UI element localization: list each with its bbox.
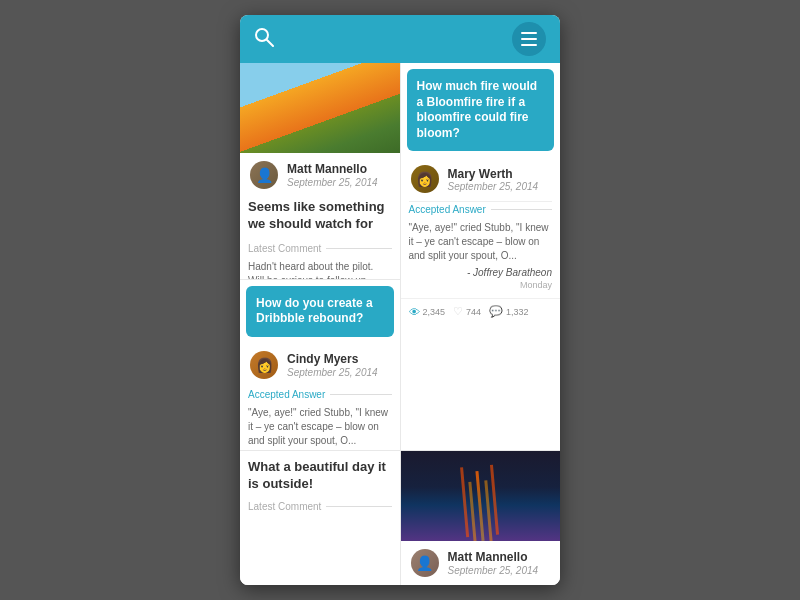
likes-stat-2: ♡ 744 [453, 305, 481, 318]
avatar-3: 👩 [248, 349, 280, 381]
question-header: How much fire would a Bloomfire fire if … [407, 69, 555, 151]
author-date-2: September 25, 2014 [448, 181, 539, 192]
views-stat-2: 👁 2,345 [409, 306, 446, 318]
eye-icon-2: 👁 [409, 306, 420, 318]
author-row: 👤 Matt Mannello September 25, 2014 [240, 153, 400, 197]
comments-count-2: 1,332 [506, 307, 529, 317]
latest-comment-label: Latest Comment [240, 239, 400, 258]
post-title: Seems like something we should watch for [240, 197, 400, 239]
heart-icon-2: ♡ [453, 305, 463, 318]
author-name-4: Matt Mannello [448, 550, 539, 564]
app-header [240, 15, 560, 63]
author-row-3: 👩 Cindy Myers September 25, 2014 [240, 343, 400, 387]
author-date-4: September 25, 2014 [448, 565, 539, 576]
highway-image [401, 451, 561, 541]
comment-icon-2: 💬 [489, 305, 503, 318]
avatar-4: 👤 [409, 547, 441, 579]
answer-date: Monday [401, 280, 561, 294]
accepted-answer-label-3: Accepted Answer [240, 387, 400, 404]
answer-author: - Joffrey Baratheon [401, 265, 561, 280]
author-date: September 25, 2014 [287, 177, 378, 188]
comments-stat-2: 💬 1,332 [489, 305, 529, 318]
card-autumn-post[interactable]: 👤 Matt Mannello September 25, 2014 Seems… [240, 63, 400, 279]
search-icon[interactable] [254, 27, 274, 52]
avatar: 👤 [248, 159, 280, 191]
latest-comment-label-4: Latest Comment [240, 497, 400, 516]
avatar-image: 👤 [250, 161, 278, 189]
avatar-image-2: 👩 [411, 165, 439, 193]
answer-text-3: "Aye, aye!" cried Stubb, "I knew it – ye… [240, 404, 400, 450]
card-highway[interactable]: 👤 Matt Mannello September 25, 2014 [401, 451, 561, 585]
stats-row-2: 👁 2,345 ♡ 744 💬 1,332 [401, 298, 561, 324]
avatar-image-4: 👤 [411, 549, 439, 577]
svg-point-0 [256, 29, 268, 41]
card-bloomfire[interactable]: How much fire would a Bloomfire fire if … [401, 63, 561, 450]
content-grid: 👤 Matt Mannello September 25, 2014 Seems… [240, 63, 560, 585]
phone-container: 👤 Matt Mannello September 25, 2014 Seems… [240, 15, 560, 585]
avatar-image-3: 👩 [250, 351, 278, 379]
author-date-3: September 25, 2014 [287, 367, 378, 378]
views-count-2: 2,345 [423, 307, 446, 317]
author-name-3: Cindy Myers [287, 352, 378, 366]
card-dribbble[interactable]: How do you create a Dribbble rebound? 👩 … [240, 280, 400, 450]
accepted-answer-label: Accepted Answer [401, 202, 561, 219]
author-row-4: 👤 Matt Mannello September 25, 2014 [401, 541, 561, 585]
avatar-2: 👩 [409, 163, 441, 195]
author-name-2: Mary Werth [448, 167, 539, 181]
comment-text: Hadn't heard about the pilot. Will be cu… [240, 258, 400, 279]
question-header-3: How do you create a Dribbble rebound? [246, 286, 394, 337]
post-title-4: What a beautiful day it is outside! [248, 459, 392, 493]
author-name: Matt Mannello [287, 162, 378, 176]
author-row-2: 👩 Mary Werth September 25, 2014 [401, 157, 561, 201]
answer-text: "Aye, aye!" cried Stubb, "I knew it – ye… [401, 219, 561, 265]
card-beautiful-day[interactable]: What a beautiful day it is outside! Late… [240, 451, 400, 585]
svg-line-1 [267, 40, 273, 46]
menu-button[interactable] [512, 22, 546, 56]
likes-count-2: 744 [466, 307, 481, 317]
autumn-image [240, 63, 400, 153]
